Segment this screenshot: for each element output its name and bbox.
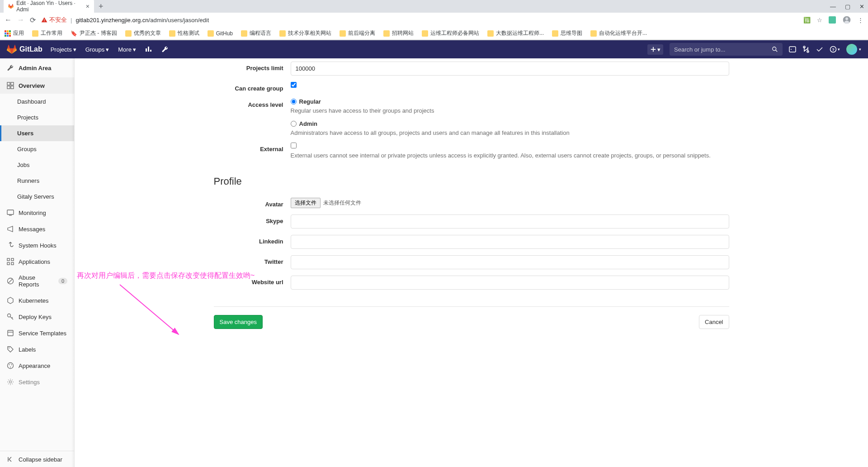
issues-icon[interactable]	[789, 46, 796, 53]
choose-file-button[interactable]: 选择文件	[291, 198, 321, 208]
sidebar-sub-groups[interactable]: Groups	[0, 141, 74, 157]
access-admin-label: Admin	[299, 120, 317, 127]
bookmark-item[interactable]: 大数据运维工程师...	[487, 29, 544, 37]
sidebar-sub-jobs[interactable]: Jobs	[0, 157, 74, 173]
sidebar-sub-runners[interactable]: Runners	[0, 173, 74, 189]
nav-more[interactable]: More ▾	[118, 46, 136, 53]
access-admin-radio[interactable]	[291, 121, 297, 127]
translate-icon[interactable]: 🈯	[803, 17, 811, 24]
svg-text:?: ?	[832, 48, 835, 52]
collapse-sidebar[interactable]: Collapse sidebar	[0, 451, 74, 467]
help-dropdown[interactable]: ? ▾	[830, 46, 840, 53]
can-create-group-label: Can create group	[214, 82, 291, 92]
can-create-group-checkbox[interactable]	[291, 82, 297, 88]
sidebar-item-overview[interactable]: Overview	[0, 77, 74, 94]
sidebar-item-labels[interactable]: Labels	[0, 341, 74, 357]
sidebar-sub-dashboard[interactable]: Dashboard	[0, 94, 74, 110]
appearance-icon	[7, 362, 14, 369]
sidebar-sub-users[interactable]: Users	[0, 125, 74, 141]
minimize-icon[interactable]: —	[830, 3, 836, 10]
apps-shortcut[interactable]: 应用	[5, 29, 24, 37]
linkedin-input[interactable]	[291, 235, 729, 249]
website-input[interactable]	[291, 276, 729, 290]
folder-icon	[279, 30, 286, 37]
bookmark-item[interactable]: 性格测试	[169, 29, 199, 37]
extension-icon[interactable]	[829, 16, 836, 24]
merge-request-icon[interactable]	[802, 46, 810, 53]
folder-icon	[169, 30, 175, 37]
sidebar-item-monitoring[interactable]: Monitoring	[0, 205, 74, 221]
abuse-count-badge: 0	[58, 278, 67, 284]
sidebar-item-abuse[interactable]: Abuse Reports0	[0, 270, 74, 292]
bookmark-item[interactable]: 工作常用	[32, 29, 62, 37]
warning-icon	[41, 17, 47, 23]
sidebar-sub-gitaly[interactable]: Gitaly Servers	[0, 189, 74, 205]
browser-tab[interactable]: Edit · Jason Yin · Users · Admi ×	[4, 0, 94, 15]
hook-icon	[7, 242, 14, 249]
sidebar-item-deploy-keys[interactable]: Deploy Keys	[0, 309, 74, 325]
nav-groups[interactable]: Groups ▾	[85, 46, 109, 53]
search-box[interactable]	[670, 43, 783, 56]
svg-point-33	[9, 381, 12, 383]
svg-rect-16	[7, 258, 9, 261]
bookmark-item[interactable]: 技术分享相关网站	[279, 29, 331, 37]
bookmark-item[interactable]: 招聘网站	[383, 29, 414, 37]
activity-icon[interactable]	[145, 46, 152, 53]
projects-limit-input[interactable]	[291, 62, 729, 76]
gitlab-logo[interactable]: GitLab	[7, 44, 42, 54]
bookmark-item[interactable]: 🔖尹正杰 - 博客园	[71, 29, 117, 37]
sidebar-item-service-templates[interactable]: Service Templates	[0, 325, 74, 341]
bookmark-bar: 应用 工作常用 🔖尹正杰 - 博客园 优秀的文章 性格测试 GitHub 编程语…	[0, 27, 868, 40]
nav-projects[interactable]: Projects ▾	[51, 46, 76, 53]
sidebar-sub-projects[interactable]: Projects	[0, 110, 74, 125]
svg-rect-14	[7, 210, 14, 214]
back-button[interactable]: ←	[5, 16, 12, 24]
svg-rect-26	[8, 330, 13, 336]
bookmark-star-icon[interactable]: ☆	[817, 17, 822, 24]
maximize-icon[interactable]: ▢	[845, 3, 850, 10]
wrench-icon[interactable]	[161, 46, 169, 53]
user-menu[interactable]: ▾	[846, 44, 861, 55]
bookmark-item[interactable]: 编程语言	[241, 29, 271, 37]
new-tab-button[interactable]: +	[99, 2, 104, 11]
forward-button[interactable]: →	[17, 16, 24, 24]
bookmark-item[interactable]: 前后端分离	[340, 29, 375, 37]
bookmark-item[interactable]: 思维导图	[552, 29, 582, 37]
new-dropdown[interactable]: ▾	[647, 44, 663, 55]
external-checkbox[interactable]	[291, 143, 297, 148]
access-regular-label: Regular	[299, 98, 321, 105]
sidebar-header[interactable]: Admin Area	[0, 58, 74, 77]
cancel-button[interactable]: Cancel	[699, 315, 729, 329]
browser-chrome: Edit · Jason Yin · Users · Admi × + — ▢ …	[0, 0, 868, 40]
save-changes-button[interactable]: Save changes	[214, 315, 263, 329]
reload-button[interactable]: ⟳	[30, 16, 36, 24]
folder-icon	[125, 30, 132, 37]
sidebar-item-applications[interactable]: Applications	[0, 253, 74, 270]
profile-icon[interactable]	[842, 15, 851, 24]
twitter-input[interactable]	[291, 255, 729, 269]
todos-icon[interactable]	[816, 46, 823, 53]
folder-icon	[32, 30, 38, 37]
bookmark-item[interactable]: 运维工程师必备网站	[422, 29, 479, 37]
sidebar-item-settings[interactable]: Settings	[0, 374, 74, 390]
skype-input[interactable]	[291, 214, 729, 229]
sidebar-item-messages[interactable]: Messages	[0, 221, 74, 237]
chevron-down-icon: ▾	[73, 46, 76, 53]
close-tab-icon[interactable]: ×	[86, 3, 90, 10]
bookmark-item[interactable]: GitHub	[208, 30, 233, 37]
file-status-text: 未选择任何文件	[323, 199, 361, 207]
search-input[interactable]	[674, 46, 772, 53]
address-bar[interactable]: 不安全 | gitlab201.yinzhengjie.org.cn/admin…	[41, 16, 798, 24]
access-regular-radio[interactable]	[291, 99, 297, 105]
svg-rect-19	[11, 262, 14, 265]
folder-icon	[552, 30, 558, 37]
kubernetes-icon	[7, 297, 14, 304]
browser-menu-icon[interactable]: ⋮	[858, 17, 863, 24]
bookmark-item[interactable]: 自动化运维平台开...	[590, 29, 647, 37]
close-window-icon[interactable]: ✕	[859, 3, 864, 10]
bookmark-item[interactable]: 优秀的文章	[125, 29, 161, 37]
external-help: External users cannot see internal or pr…	[291, 152, 729, 159]
sidebar-item-hooks[interactable]: System Hooks	[0, 237, 74, 253]
sidebar-item-appearance[interactable]: Appearance	[0, 357, 74, 374]
sidebar-item-kubernetes[interactable]: Kubernetes	[0, 292, 74, 309]
